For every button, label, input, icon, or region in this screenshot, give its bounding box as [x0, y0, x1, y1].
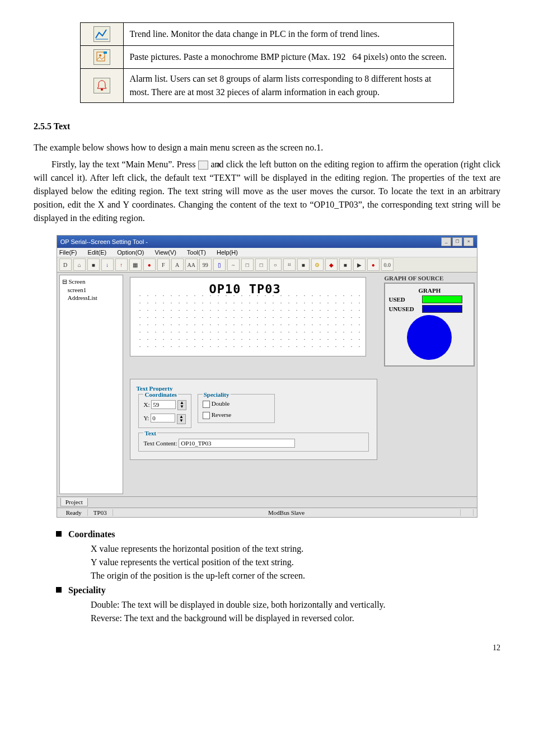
y-label: Y:	[143, 415, 149, 421]
tool-btn[interactable]: ●	[143, 259, 156, 271]
text-legend: Text	[143, 430, 157, 436]
menu-file[interactable]: File(F)	[59, 249, 82, 256]
graph-title: GRAPH OF SOURCE	[384, 275, 475, 281]
x-input[interactable]	[151, 400, 176, 409]
double-checkbox[interactable]	[203, 401, 210, 408]
cell-icon-alarm	[81, 69, 124, 103]
paste-picture-icon	[93, 49, 110, 65]
y-input[interactable]	[151, 414, 175, 422]
tool-btn[interactable]: F	[157, 259, 170, 271]
tool-btn[interactable]: □	[241, 259, 254, 271]
main-paragraph: Firstly, lay the text “Main Menu”. Press…	[34, 158, 500, 225]
text-content-input[interactable]	[179, 439, 295, 448]
property-panel: Text Property Coordinates X: ▲▼ Y: ▲▼ Sp…	[130, 379, 377, 460]
tool-btn[interactable]: ↓	[101, 259, 114, 271]
spec-line-1: Double: The text will be displayed in do…	[91, 598, 500, 612]
status-right	[461, 509, 474, 516]
coordinates-legend: Coordinates	[143, 391, 177, 398]
tree-root[interactable]: ⊟ Screen	[62, 278, 121, 286]
cell-desc-trend: Trend line. Monitor the data change in P…	[124, 23, 453, 46]
window-title: OP Serial--Screen Setting Tool -	[60, 238, 148, 245]
coord-line-3: The origin of the position is the up-lef…	[91, 569, 500, 583]
status-bus: ModBus Slave	[113, 509, 461, 516]
menubar: File(F) Edit(E) Option(O) View(V) Tool(T…	[57, 248, 477, 257]
tool-btn[interactable]: 99	[199, 259, 212, 271]
tool-btn[interactable]: ▦	[129, 259, 142, 271]
para-part-a: Firstly, lay the text “Main Menu”. Press	[51, 159, 198, 169]
menu-tool[interactable]: Tool(T)	[187, 249, 210, 256]
graph-panel: GRAPH OF SOURCE GRAPH USED UNUSED	[384, 275, 475, 494]
tool-btn[interactable]: ⚙	[311, 259, 324, 271]
speciality-legend: Speciality	[203, 391, 231, 398]
screenshot-window: OP Serial--Screen Setting Tool - _ □ × F…	[57, 235, 478, 518]
speciality-heading: Speciality	[68, 585, 106, 595]
graph-box: GRAPH USED UNUSED	[384, 283, 475, 367]
coord-line-2: Y value represents the vertical position…	[91, 556, 500, 569]
page-number: 12	[34, 642, 500, 654]
tree-addresslist[interactable]: AddressList	[68, 294, 121, 302]
tool-btn[interactable]: 0.0	[381, 259, 394, 271]
reverse-label: Reverse	[212, 411, 231, 418]
used-swatch	[422, 295, 462, 303]
tool-btn[interactable]: ▶	[353, 259, 366, 271]
trend-line-icon	[93, 26, 110, 42]
screen-canvas[interactable]: OP10 TP03	[130, 277, 366, 356]
svg-rect-3	[104, 51, 107, 54]
section-heading: 2.5.5 Text	[34, 120, 500, 133]
work-area: ⊟ Screen screen1 AddressList OP10 TP03 T…	[57, 273, 477, 496]
tree-screen1[interactable]: screen1	[68, 286, 121, 294]
reverse-checkbox[interactable]	[203, 412, 210, 419]
cell-desc-paste: Paste pictures. Paste a monochrome BMP p…	[124, 46, 453, 69]
alarm-list-icon	[93, 78, 110, 93]
x-label: X:	[143, 401, 149, 408]
tool-btn[interactable]: ▯	[213, 259, 226, 271]
coordinates-heading: Coordinates	[68, 529, 115, 539]
tool-btn[interactable]: ↑	[115, 259, 128, 271]
tool-btn[interactable]: ■	[297, 259, 310, 271]
unused-swatch	[422, 305, 462, 313]
tool-btn[interactable]: ◆	[325, 259, 338, 271]
project-tab[interactable]: Project	[60, 498, 88, 506]
editor-area: OP10 TP03 Text Property Coordinates X: ▲…	[125, 273, 382, 496]
text-fieldset: Text Text Content:	[138, 433, 369, 452]
cell-icon-paste	[81, 46, 124, 69]
spec-line-2: Reverse: The text and the background wil…	[91, 612, 500, 625]
speciality-fieldset: Speciality Double Reverse	[198, 394, 275, 423]
unused-label: UNUSED	[388, 306, 422, 312]
icon-description-table: Trend line. Monitor the data change in P…	[80, 22, 453, 103]
bottom-tabs: Project	[57, 496, 477, 508]
titlebar: OP Serial--Screen Setting Tool - _ □ ×	[57, 236, 477, 248]
x-spinner[interactable]: ▲▼	[177, 400, 186, 410]
cell-icon-trend	[81, 23, 124, 46]
statusbar: Ready TP03 ModBus Slave	[57, 508, 477, 517]
tool-btn[interactable]: ●	[367, 259, 380, 271]
tool-btn[interactable]: ■	[87, 259, 100, 271]
menu-edit[interactable]: Edit(E)	[88, 249, 111, 256]
close-button[interactable]: ×	[463, 237, 474, 246]
coord-line-1: X value represents the horizontal positi…	[91, 542, 500, 556]
bullet-list: Coordinates X value represents the horiz…	[56, 528, 500, 625]
y-spinner[interactable]: ▲▼	[177, 414, 186, 424]
tool-btn[interactable]: AA	[185, 259, 198, 271]
tool-btn[interactable]: A	[171, 259, 184, 271]
minimize-button[interactable]: _	[441, 237, 451, 246]
text-tool-icon: A	[198, 161, 208, 170]
coordinates-fieldset: Coordinates X: ▲▼ Y: ▲▼	[138, 394, 191, 428]
tool-btn[interactable]: D	[59, 259, 72, 271]
tool-btn[interactable]: □	[255, 259, 268, 271]
menu-view[interactable]: View(V)	[155, 249, 181, 256]
tool-btn[interactable]: ■	[339, 259, 352, 271]
status-ready: Ready	[60, 509, 88, 516]
status-model: TP03	[88, 509, 113, 516]
tool-btn[interactable]: ⌂	[73, 259, 86, 271]
bullet-icon	[56, 531, 62, 537]
menu-option[interactable]: Option(O)	[117, 249, 148, 256]
project-tree[interactable]: ⊟ Screen screen1 AddressList	[59, 275, 124, 494]
tool-btn[interactable]: ~	[227, 259, 240, 271]
maximize-button[interactable]: □	[452, 237, 462, 246]
tool-btn[interactable]: ○	[269, 259, 282, 271]
canvas-text[interactable]: OP10 TP03	[209, 282, 280, 296]
menu-help[interactable]: Help(H)	[217, 249, 242, 256]
bullet-icon	[56, 587, 62, 593]
tool-btn[interactable]: ⌗	[283, 259, 296, 271]
